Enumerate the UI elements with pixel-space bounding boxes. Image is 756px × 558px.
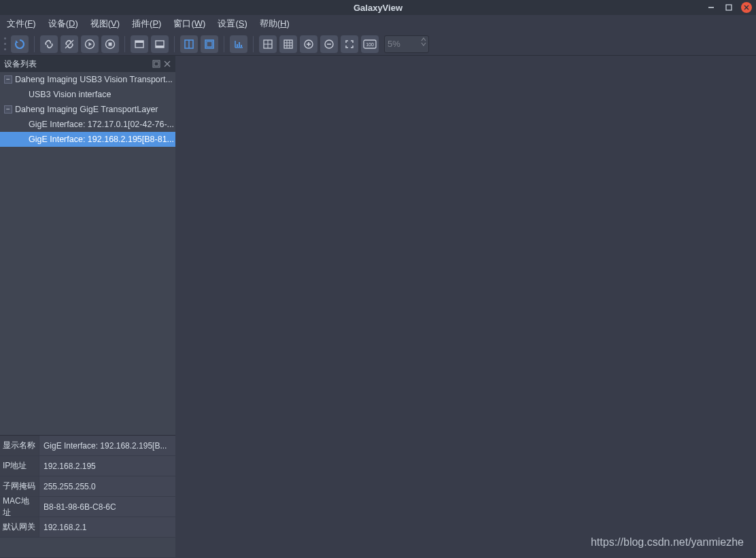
property-row: 显示名称 GigE Interface: 192.168.2.195[B... <box>0 436 175 456</box>
tree-item-gige-layer[interactable]: − Daheng Imaging GigE TransportLayer <box>0 102 175 117</box>
layout-full-button[interactable] <box>201 35 218 53</box>
svg-rect-11 <box>156 46 164 48</box>
tree-item-label: Daheng Imaging GigE TransportLayer <box>15 105 158 114</box>
grid-3x3-button[interactable] <box>279 35 297 53</box>
maximize-button[interactable] <box>723 2 734 13</box>
svg-text:100: 100 <box>366 42 374 47</box>
menu-plugin[interactable]: 插件(P) <box>132 18 161 30</box>
property-row: 默认网关 192.168.2.1 <box>0 517 175 538</box>
zoom-out-button[interactable] <box>320 35 338 53</box>
watermark-text: https://blog.csdn.net/yanmiezhe <box>591 536 744 548</box>
panel-float-icon[interactable] <box>152 60 160 68</box>
panel-close-icon[interactable] <box>163 60 171 68</box>
svg-rect-16 <box>237 44 238 47</box>
property-key: 显示名称 <box>0 436 39 455</box>
tree-item-gige-interface-1[interactable]: GigE Interface: 172.17.0.1[02-42-76-... <box>0 117 175 132</box>
zoom-input[interactable]: 5% <box>384 35 429 53</box>
fit-button[interactable] <box>341 35 358 53</box>
tree-item-usb3-layer[interactable]: − Daheng Imaging USB3 Vision Transport..… <box>0 72 175 87</box>
property-value: 192.168.2.195 <box>39 456 175 476</box>
tree-item-gige-interface-2[interactable]: GigE Interface: 192.168.2.195[B8-81... <box>0 132 175 147</box>
svg-rect-9 <box>135 41 143 43</box>
toolbar-handle <box>4 36 7 52</box>
menu-bar: 文件(F) 设备(D) 视图(V) 插件(P) 窗口(W) 设置(S) 帮助(H… <box>0 15 756 33</box>
grid-2x2-button[interactable] <box>259 35 277 53</box>
property-value: GigE Interface: 192.168.2.195[B... <box>39 436 175 455</box>
property-row: MAC地址 B8-81-98-6B-C8-6C <box>0 497 175 517</box>
property-value: 192.168.2.1 <box>39 517 175 537</box>
title-bar: GalaxyView <box>0 0 756 15</box>
svg-rect-1 <box>726 5 732 10</box>
svg-rect-17 <box>239 42 240 47</box>
tree-item-label: GigE Interface: 192.168.2.195[B8-81... <box>29 135 174 144</box>
device-list-header: 设备列表 <box>0 56 175 72</box>
tree-expander-icon[interactable]: − <box>4 75 12 84</box>
menu-settings[interactable]: 设置(S) <box>218 18 247 30</box>
window-bottom-button[interactable] <box>151 35 169 53</box>
zoom-value: 5% <box>388 39 400 49</box>
menu-view[interactable]: 视图(V) <box>90 18 120 30</box>
spin-down-icon[interactable] <box>421 42 426 46</box>
menu-help[interactable]: 帮助(H) <box>260 18 290 30</box>
content: 设备列表 − Daheng Imaging USB3 Vision Transp… <box>0 56 756 558</box>
refresh-button[interactable] <box>11 35 29 53</box>
tree-item-label: GigE Interface: 172.17.0.1[02-42-76-... <box>29 120 174 129</box>
stop-button[interactable] <box>101 35 119 53</box>
play-button[interactable] <box>81 35 99 53</box>
window-single-button[interactable] <box>131 35 148 53</box>
svg-rect-35 <box>154 62 158 66</box>
property-table: 显示名称 GigE Interface: 192.168.2.195[B... … <box>0 435 175 558</box>
property-value: 255.255.255.0 <box>39 476 175 496</box>
property-key: 子网掩码 <box>0 476 39 496</box>
menu-device[interactable]: 设备(D) <box>48 18 78 30</box>
link-button[interactable] <box>40 35 58 53</box>
unlink-button[interactable] <box>61 35 78 53</box>
svg-rect-7 <box>109 42 112 46</box>
property-key: 默认网关 <box>0 517 39 537</box>
property-row: IP地址 192.168.2.195 <box>0 456 175 476</box>
device-list-title: 设备列表 <box>4 58 37 70</box>
toolbar: 100 5% <box>0 33 756 56</box>
property-row-empty <box>0 538 175 558</box>
zoom-100-button[interactable]: 100 <box>361 35 379 53</box>
svg-rect-18 <box>241 45 242 47</box>
chart-button[interactable] <box>230 35 247 53</box>
svg-rect-15 <box>207 41 212 47</box>
property-row: 子网掩码 255.255.255.0 <box>0 476 175 497</box>
property-key: MAC地址 <box>0 497 39 517</box>
tree-item-label: USB3 Vision interface <box>29 90 111 99</box>
sidebar: 设备列表 − Daheng Imaging USB3 Vision Transp… <box>0 56 175 558</box>
property-value: B8-81-98-6B-C8-6C <box>39 497 175 517</box>
main-viewport: https://blog.csdn.net/yanmiezhe <box>175 56 756 558</box>
menu-file[interactable]: 文件(F) <box>7 18 36 30</box>
layout-split-button[interactable] <box>180 35 198 53</box>
tree-expander-icon[interactable]: − <box>4 105 12 114</box>
window-controls <box>706 2 752 13</box>
tree-item-label: Daheng Imaging USB3 Vision Transport... <box>15 75 173 84</box>
svg-rect-22 <box>284 40 292 48</box>
minimize-button[interactable] <box>706 2 717 13</box>
window-title: GalaxyView <box>0 3 756 13</box>
tree-item-usb3-interface[interactable]: USB3 Vision interface <box>0 87 175 102</box>
property-key: IP地址 <box>0 456 39 476</box>
menu-window[interactable]: 窗口(W) <box>173 18 205 30</box>
spin-up-icon[interactable] <box>421 37 426 41</box>
close-button[interactable] <box>741 2 752 13</box>
device-tree[interactable]: − Daheng Imaging USB3 Vision Transport..… <box>0 72 175 435</box>
zoom-in-button[interactable] <box>300 35 317 53</box>
